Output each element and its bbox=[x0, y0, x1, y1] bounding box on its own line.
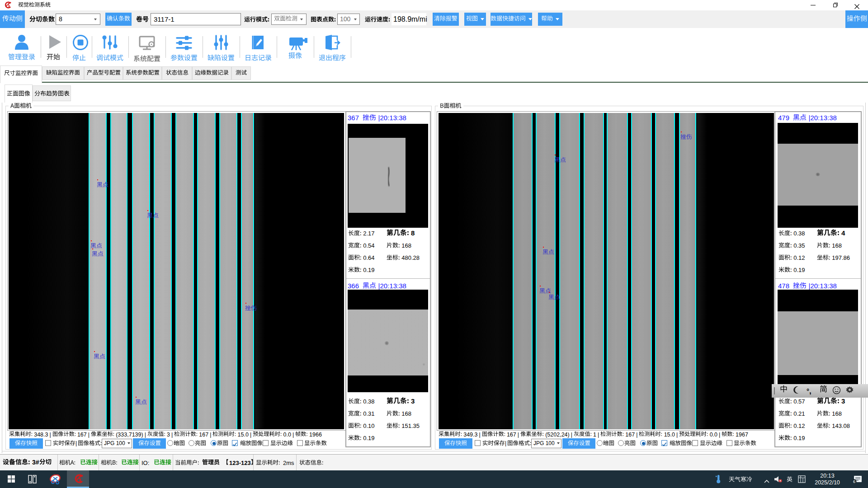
svg-text:6: 6 bbox=[853, 479, 855, 484]
